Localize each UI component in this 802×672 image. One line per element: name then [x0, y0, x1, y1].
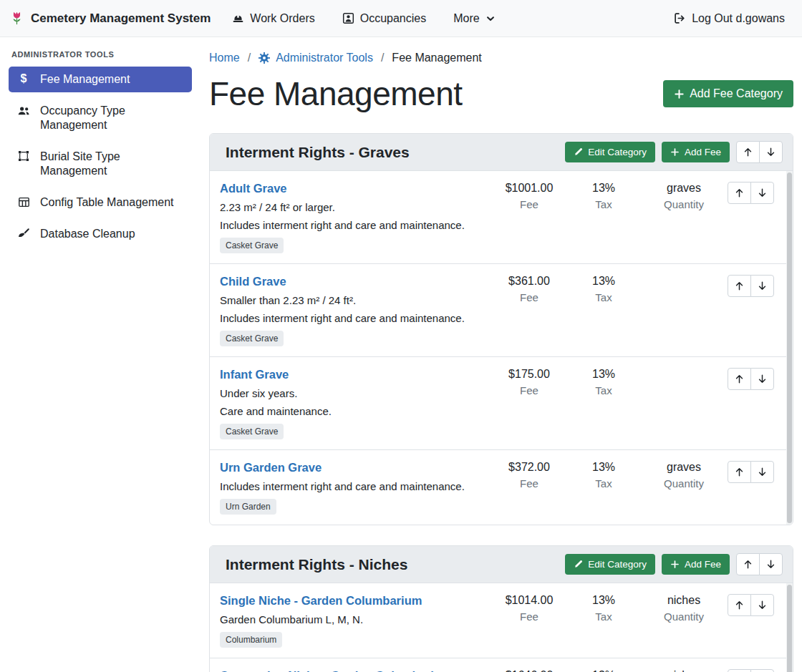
breadcrumb-admin-tools-link[interactable]: Administrator Tools [259, 52, 373, 64]
move-category-up-button[interactable] [736, 141, 760, 163]
dollar-icon: $ [16, 73, 32, 84]
category-actions: Edit Category Add Fee [565, 553, 783, 575]
logout-link[interactable]: Log Out d.gowans [674, 12, 785, 25]
move-fee-up-button[interactable] [728, 182, 751, 204]
fee-description: Includes interment right and care and ma… [220, 219, 492, 231]
tax-value: 13% [566, 669, 641, 672]
move-fee-up-button[interactable] [728, 368, 751, 390]
quantity-label: Quantity [641, 198, 727, 210]
fee-type-badge: Casket Grave [220, 424, 284, 439]
fee-move-group [728, 368, 774, 390]
vector-square-icon [16, 150, 32, 162]
hard-hat-icon [232, 12, 244, 24]
badge-line: Urn Garden [220, 499, 492, 515]
arrow-up-icon [734, 281, 745, 291]
move-fee-up-button[interactable] [728, 669, 751, 672]
arrow-up-icon [734, 467, 745, 477]
move-fee-up-button[interactable] [728, 461, 751, 483]
add-fee-button[interactable]: Add Fee [662, 554, 730, 575]
tax-column: 13% Tax [566, 461, 641, 490]
fee-info: Child Grave Smaller than 2.23 m² / 24 ft… [220, 275, 492, 346]
badge-line: Casket Grave [220, 424, 492, 439]
sidebar-item-label: Database Cleanup [40, 227, 135, 241]
add-fee-category-button[interactable]: Add Fee Category [663, 80, 793, 107]
scrollbar-thumb[interactable] [787, 172, 792, 523]
fee-info: Companion Niche - Garden Columbarium Gar… [220, 669, 492, 672]
card-scrollbar[interactable] [786, 171, 793, 525]
sidebar-item-fee-management[interactable]: $ Fee Management [9, 67, 192, 92]
fee-move-group [728, 275, 774, 297]
fee-label: Fee [492, 384, 566, 396]
move-fee-down-button[interactable] [750, 669, 774, 672]
badge-line: Casket Grave [220, 238, 492, 253]
move-fee-down-button[interactable] [750, 461, 774, 483]
add-fee-button[interactable]: Add Fee [662, 142, 730, 162]
fee-label: Fee [492, 477, 566, 490]
tax-column: 13% Tax [566, 182, 641, 210]
arrow-up-icon [734, 188, 745, 198]
sidebar-item-database-cleanup[interactable]: Database Cleanup [9, 221, 192, 247]
fee-name-link[interactable]: Infant Grave [220, 368, 289, 381]
fee-name-link[interactable]: Single Niche - Garden Columbarium [220, 594, 422, 608]
arrow-down-icon [765, 147, 776, 157]
fee-row: Adult Grave 2.23 m² / 24 ft² or larger. … [210, 171, 793, 264]
fee-amount: $1001.00 [492, 182, 566, 195]
fee-description: Garden Columbarium L, M, N. [220, 613, 492, 625]
fee-description: Includes interment right and care and ma… [220, 312, 492, 324]
fee-move-column [727, 368, 774, 390]
fee-name-link[interactable]: Child Grave [220, 275, 286, 288]
nav-work-orders-label: Work Orders [250, 12, 314, 25]
move-fee-down-button[interactable] [750, 594, 774, 616]
gear-icon [259, 52, 270, 64]
quantity-column: niches Quantity [641, 594, 727, 623]
breadcrumb-separator: / [381, 52, 384, 64]
fee-name-link[interactable]: Adult Grave [220, 182, 287, 195]
fee-amount-column: $1014.00 Fee [492, 594, 566, 623]
sidebar-item-config-table-management[interactable]: Config Table Management [9, 190, 192, 215]
move-fee-up-button[interactable] [728, 275, 751, 297]
plus-icon [670, 560, 680, 569]
sidebar-item-burial-site-type-management[interactable]: Burial Site Type Management [9, 144, 192, 184]
move-fee-up-button[interactable] [728, 594, 751, 616]
people-icon [16, 104, 32, 117]
nav-more[interactable]: More [453, 12, 495, 25]
fee-category-card: Interment Rights - Niches Edit Category … [209, 545, 793, 672]
fee-rows: Adult Grave 2.23 m² / 24 ft² or larger. … [210, 171, 793, 525]
nav-more-label: More [453, 12, 479, 25]
badge-line: Casket Grave [220, 331, 492, 346]
tax-value: 13% [566, 275, 641, 288]
breadcrumb-home-link[interactable]: Home [209, 52, 240, 64]
breadcrumb-current: Fee Management [392, 52, 481, 64]
tax-label: Tax [566, 291, 641, 303]
fee-type-badge: Casket Grave [220, 331, 284, 346]
edit-category-button[interactable]: Edit Category [565, 142, 655, 162]
fee-description: 2.23 m² / 24 ft² or larger. [220, 201, 492, 213]
tax-value: 13% [566, 182, 641, 195]
edit-category-button[interactable]: Edit Category [565, 554, 655, 575]
fee-move-column [727, 182, 774, 204]
move-category-down-button[interactable] [759, 141, 783, 163]
fee-move-column [727, 461, 774, 483]
arrow-up-icon [743, 559, 753, 570]
card-scrollbar[interactable] [786, 583, 793, 672]
nav-work-orders[interactable]: Work Orders [232, 12, 314, 25]
fee-row: Urn Garden Grave Includes interment righ… [210, 450, 793, 525]
tax-label: Tax [566, 477, 641, 490]
move-fee-down-button[interactable] [750, 275, 774, 297]
page-title: Fee Management [209, 74, 463, 113]
move-fee-down-button[interactable] [750, 368, 774, 390]
fee-name-link[interactable]: Urn Garden Grave [220, 461, 322, 474]
fee-amount-column: $175.00 Fee [492, 368, 566, 396]
brand[interactable]: Cemetery Management System [9, 9, 211, 27]
move-category-down-button[interactable] [759, 553, 783, 575]
scrollbar-thumb[interactable] [787, 585, 792, 672]
nav-occupancies[interactable]: Occupancies [342, 12, 427, 25]
move-fee-down-button[interactable] [750, 182, 774, 204]
tax-value: 13% [566, 461, 641, 474]
move-category-up-button[interactable] [736, 553, 760, 575]
fee-name-link[interactable]: Companion Niche - Garden Columbarium [220, 669, 452, 672]
category-body: Single Niche - Garden Columbarium Garden… [210, 583, 793, 672]
sidebar-item-occupancy-type-management[interactable]: Occupancy Type Management [9, 98, 192, 138]
quantity-label: Quantity [641, 477, 727, 490]
tax-column: 13% Tax [566, 669, 641, 672]
